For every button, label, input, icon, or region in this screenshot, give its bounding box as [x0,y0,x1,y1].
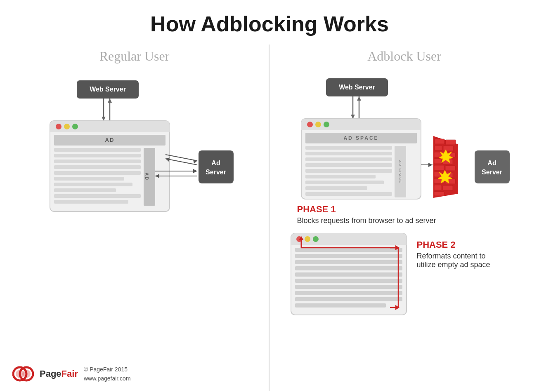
svg-rect-97 [295,272,402,277]
svg-rect-51 [305,146,392,150]
svg-text:Ad: Ad [487,160,496,167]
regular-user-diagram: Web Server AD [27,72,242,249]
phase1-section: PHASE 1 Blocks requests from browser to … [285,204,524,225]
svg-point-114 [22,370,31,378]
svg-point-10 [64,124,70,129]
svg-rect-23 [54,200,128,204]
svg-marker-40 [351,115,355,119]
svg-rect-56 [305,175,376,178]
phase1-label: PHASE 1 [297,204,512,215]
svg-rect-93 [295,248,402,252]
svg-rect-16 [54,160,141,163]
svg-text:AD: AD [105,137,114,143]
svg-rect-66 [446,140,456,145]
svg-rect-79 [434,185,442,190]
svg-text:Web Server: Web Server [339,84,375,91]
svg-rect-22 [54,194,141,198]
svg-text:Ad: Ad [211,160,220,167]
svg-marker-5 [108,99,112,103]
svg-text:Server: Server [206,169,226,176]
svg-point-46 [307,122,313,127]
svg-rect-58 [305,186,367,190]
svg-marker-34 [193,169,197,173]
svg-rect-95 [295,260,402,264]
svg-rect-71 [434,159,442,164]
page-title: How Adblocking Works [0,0,539,45]
svg-rect-55 [305,169,392,173]
svg-rect-84 [475,150,510,183]
svg-rect-73 [434,165,444,170]
svg-marker-3 [102,117,106,121]
svg-rect-100 [295,291,402,295]
svg-point-48 [324,122,329,127]
svg-rect-98 [295,279,402,283]
phase2-text-area: PHASE 2 Reformats content to utilize emp… [417,231,490,269]
svg-rect-19 [54,177,124,181]
svg-rect-54 [305,163,392,167]
svg-point-47 [315,122,321,127]
svg-point-9 [56,124,61,129]
svg-point-92 [313,236,319,242]
svg-rect-21 [54,188,116,192]
svg-rect-74 [445,166,455,171]
svg-rect-20 [54,183,132,186]
footer-info: © PageFair 2015 www.pagefair.com [84,365,131,383]
svg-text:AD SPACE: AD SPACE [398,160,402,184]
pagefair-wordmark: PageFair [40,369,78,379]
svg-rect-101 [295,297,402,301]
svg-rect-53 [305,157,392,161]
svg-text:Server: Server [482,169,502,176]
svg-marker-42 [357,96,361,101]
svg-rect-96 [295,266,402,270]
svg-rect-81 [434,192,444,196]
website-text: www.pagefair.com [84,374,131,383]
phase2-desc: Reformats content to utilize empty ad sp… [417,252,490,269]
phase2-area: PHASE 2 Reformats content to utilize emp… [285,231,524,318]
svg-rect-99 [295,285,402,289]
svg-rect-94 [295,254,402,258]
svg-rect-65 [435,139,444,144]
svg-rect-59 [305,192,392,196]
svg-rect-80 [443,185,453,190]
svg-rect-102 [295,303,386,307]
svg-rect-18 [54,171,141,175]
left-panel-heading: Regular User [99,49,170,64]
svg-rect-14 [54,148,141,152]
svg-text:AD SPACE: AD SPACE [343,135,378,141]
left-panel: Regular User Web Server AD [0,45,270,391]
phase2-label: PHASE 2 [417,239,490,250]
svg-marker-30 [193,160,197,164]
phase1-desc: Blocks requests from browser to ad serve… [297,216,512,225]
svg-marker-63 [428,163,433,167]
svg-text:AD: AD [144,173,149,181]
svg-rect-67 [435,146,442,150]
right-panel-heading: Adblock User [367,49,441,64]
content-area: Regular User Web Server AD [0,45,539,391]
phase2-browser [289,231,409,318]
svg-rect-57 [305,181,384,184]
svg-rect-26 [199,150,234,183]
svg-text:Web Server: Web Server [90,86,126,93]
svg-rect-52 [305,152,392,155]
right-panel: Adblock User Web Server AD SPACE [270,45,539,391]
pagefair-logo-icon [12,363,34,385]
svg-rect-15 [54,154,141,157]
svg-point-11 [72,124,78,129]
copyright-text: © PageFair 2015 [84,365,131,374]
svg-point-91 [305,236,310,242]
svg-rect-68 [443,146,453,151]
svg-rect-17 [54,165,141,169]
adblock-user-diagram: Web Server AD SPACE [285,72,524,208]
footer: PageFair © PageFair 2015 www.pagefair.co… [12,363,131,385]
